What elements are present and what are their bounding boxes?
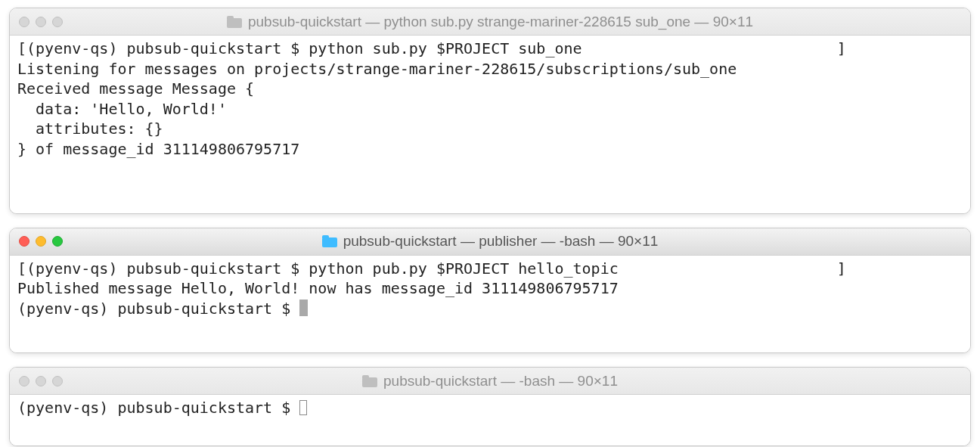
terminal-output-line: [(pyenv-qs) pubsub-quickstart $ python p… [17,259,963,279]
window-title: pubsub-quickstart — python sub.py strang… [227,14,753,30]
terminal-window[interactable]: pubsub-quickstart — -bash — 90×11(pyenv-… [9,367,971,446]
terminal-output-line: Listening for messages on projects/stran… [17,59,963,79]
close-button[interactable] [19,17,29,27]
window-title-text: pubsub-quickstart — -bash — 90×11 [383,373,618,390]
traffic-lights [19,17,63,27]
folder-icon [322,235,337,247]
zoom-button[interactable] [52,236,63,247]
terminal-blank-line [17,179,963,200]
terminal-output-line: attributes: {} [17,119,963,139]
terminal-output-line: } of message_id 311149806795717 [17,139,963,160]
window-titlebar[interactable]: pubsub-quickstart — -bash — 90×11 [10,368,970,395]
close-button[interactable] [19,236,29,247]
terminal-output-line: [(pyenv-qs) pubsub-quickstart $ python s… [17,39,963,59]
terminal-output-line: data: 'Hello, World!' [17,99,963,120]
terminal-prompt-line[interactable]: (pyenv-qs) pubsub-quickstart $ [17,398,963,418]
traffic-lights [19,236,63,247]
close-button[interactable] [19,376,29,386]
window-title: pubsub-quickstart — -bash — 90×11 [362,373,618,390]
folder-icon [227,16,242,28]
terminal-blank-line [17,319,963,340]
terminal-body[interactable]: [(pyenv-qs) pubsub-quickstart $ python s… [10,36,970,213]
window-titlebar[interactable]: pubsub-quickstart — python sub.py strang… [10,8,970,36]
traffic-lights [19,376,63,386]
zoom-button[interactable] [52,376,63,386]
cursor-icon [299,300,308,316]
terminal-prompt-text: (pyenv-qs) pubsub-quickstart $ [17,399,299,417]
window-title: pubsub-quickstart — publisher — -bash — … [322,233,659,250]
terminal-body[interactable]: [(pyenv-qs) pubsub-quickstart $ python p… [10,256,970,352]
terminal-prompt-text: (pyenv-qs) pubsub-quickstart $ [17,300,299,318]
terminal-prompt-line[interactable]: (pyenv-qs) pubsub-quickstart $ [17,299,963,319]
terminal-output-line: Published message Hello, World! now has … [17,278,963,299]
window-titlebar[interactable]: pubsub-quickstart — publisher — -bash — … [10,228,970,256]
minimize-button[interactable] [36,17,46,27]
cursor-icon [299,400,307,415]
minimize-button[interactable] [36,236,46,247]
terminal-output-line: Received message Message { [17,79,963,99]
zoom-button[interactable] [52,17,63,27]
minimize-button[interactable] [36,376,46,386]
folder-icon [362,375,377,387]
terminal-window[interactable]: pubsub-quickstart — publisher — -bash — … [9,228,971,353]
terminal-blank-line [17,160,963,180]
terminal-blank-line [17,418,963,439]
window-title-text: pubsub-quickstart — python sub.py strang… [248,14,753,30]
window-title-text: pubsub-quickstart — publisher — -bash — … [343,233,659,250]
terminal-body[interactable]: (pyenv-qs) pubsub-quickstart $ [10,395,970,445]
terminal-window[interactable]: pubsub-quickstart — python sub.py strang… [9,8,971,214]
